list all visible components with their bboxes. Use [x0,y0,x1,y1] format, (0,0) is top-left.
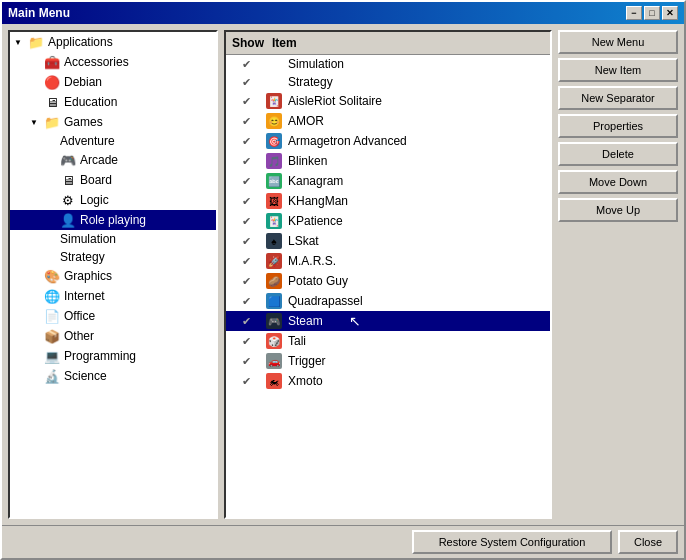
checkmark-kpatience: ✔ [242,215,251,228]
item-icon-blinken: 🎵 [266,153,282,169]
sidebar-item-debian[interactable]: 🔴Debian [10,72,216,92]
item-col-kanagram: 🔤Kanagram [266,173,550,189]
tree-icon-science: 🔬 [44,368,60,384]
check-col-amor: ✔ [226,115,266,128]
item-label-amor: AMOR [288,114,324,128]
new-menu-button[interactable]: New Menu [558,30,678,54]
sidebar-item-education[interactable]: 🖥Education [10,92,216,112]
sidebar-item-arcade[interactable]: 🎮Arcade [10,150,216,170]
tree-label-office: Office [64,309,95,323]
item-col-lskat: ♠LSkat [266,233,550,249]
list-row-simulation[interactable]: ✔Simulation [226,55,550,73]
bottom-bar: Restore System Configuration Close [2,525,684,558]
sidebar-item-simulation[interactable]: Simulation [10,230,216,248]
item-icon-kpatience: 🃏 [266,213,282,229]
tree-icon-education: 🖥 [44,94,60,110]
list-panel: Show Item ✔Simulation✔Strategy✔🃏AisleRio… [224,30,552,519]
item-label-quadrapassel: Quadrapassel [288,294,363,308]
item-icon-aisleriot: 🃏 [266,93,282,109]
list-row-kpatience[interactable]: ✔🃏KPatience [226,211,550,231]
checkmark-blinken: ✔ [242,155,251,168]
sidebar-item-internet[interactable]: 🌐Internet [10,286,216,306]
list-row-kanagram[interactable]: ✔🔤Kanagram [226,171,550,191]
item-col-steam: 🎮Steam↖ [266,313,550,329]
list-row-mars[interactable]: ✔🚀M.A.R.S. [226,251,550,271]
list-row-blinken[interactable]: ✔🎵Blinken [226,151,550,171]
sidebar-item-strategy[interactable]: Strategy [10,248,216,266]
item-label-kanagram: Kanagram [288,174,343,188]
tree-icon-graphics: 🎨 [44,268,60,284]
tree-label-education: Education [64,95,117,109]
tree-icon-other: 📦 [44,328,60,344]
list-row-tali[interactable]: ✔🎲Tali [226,331,550,351]
checkmark-strategy: ✔ [242,76,251,89]
list-row-quadrapassel[interactable]: ✔🟦Quadrapassel [226,291,550,311]
item-label-aisleriot: AisleRiot Solitaire [288,94,382,108]
list-row-khangman[interactable]: ✔🖼KHangMan [226,191,550,211]
list-row-trigger[interactable]: ✔🚗Trigger [226,351,550,371]
sidebar-item-roleplaying[interactable]: 👤Role playing [10,210,216,230]
item-label-lskat: LSkat [288,234,319,248]
move-up-button[interactable]: Move Up [558,198,678,222]
tree-icon-board: 🖥 [60,172,76,188]
sidebar-item-logic[interactable]: ⚙Logic [10,190,216,210]
properties-button[interactable]: Properties [558,114,678,138]
checkmark-amor: ✔ [242,115,251,128]
tree-icon-games: 📁 [44,114,60,130]
item-col-potatoguy: 🥔Potato Guy [266,273,550,289]
tree-icon-office: 📄 [44,308,60,324]
item-label-armagetron: Armagetron Advanced [288,134,407,148]
sidebar-item-games[interactable]: ▼📁Games [10,112,216,132]
tree-icon-internet: 🌐 [44,288,60,304]
check-col-mars: ✔ [226,255,266,268]
expand-arrow-applications: ▼ [14,38,24,47]
sidebar-item-programming[interactable]: 💻Programming [10,346,216,366]
sidebar-item-science[interactable]: 🔬Science [10,366,216,386]
sidebar-item-board[interactable]: 🖥Board [10,170,216,190]
title-bar-buttons: − □ ✕ [626,6,678,20]
checkmark-aisleriot: ✔ [242,95,251,108]
tree-label-internet: Internet [64,289,105,303]
list-row-amor[interactable]: ✔😊AMOR [226,111,550,131]
checkmark-simulation: ✔ [242,58,251,71]
item-col-aisleriot: 🃏AisleRiot Solitaire [266,93,550,109]
check-col-trigger: ✔ [226,355,266,368]
main-window: Main Menu − □ ✕ ▼📁Applications🧰Accessori… [0,0,686,560]
list-row-potatoguy[interactable]: ✔🥔Potato Guy [226,271,550,291]
tree-label-logic: Logic [80,193,109,207]
tree-label-programming: Programming [64,349,136,363]
cursor-arrow-icon: ↖ [349,313,361,329]
sidebar-item-adventure[interactable]: Adventure [10,132,216,150]
item-icon-potatoguy: 🥔 [266,273,282,289]
new-item-button[interactable]: New Item [558,58,678,82]
new-separator-button[interactable]: New Separator [558,86,678,110]
list-row-xmoto[interactable]: ✔🏍Xmoto [226,371,550,391]
sidebar-item-graphics[interactable]: 🎨Graphics [10,266,216,286]
minimize-button[interactable]: − [626,6,642,20]
list-row-steam[interactable]: ✔🎮Steam↖ [226,311,550,331]
item-icon-armagetron: 🎯 [266,133,282,149]
delete-button[interactable]: Delete [558,142,678,166]
sidebar-item-applications[interactable]: ▼📁Applications [10,32,216,52]
maximize-button[interactable]: □ [644,6,660,20]
list-row-aisleriot[interactable]: ✔🃏AisleRiot Solitaire [226,91,550,111]
item-icon-lskat: ♠ [266,233,282,249]
tree-icon-programming: 💻 [44,348,60,364]
item-column-header: Item [266,34,550,52]
sidebar-item-other[interactable]: 📦Other [10,326,216,346]
close-window-button[interactable]: ✕ [662,6,678,20]
restore-button[interactable]: Restore System Configuration [412,530,612,554]
check-col-armagetron: ✔ [226,135,266,148]
window-title: Main Menu [8,6,70,20]
list-row-lskat[interactable]: ✔♠LSkat [226,231,550,251]
check-col-steam: ✔ [226,315,266,328]
expand-arrow-games: ▼ [30,118,40,127]
move-down-button[interactable]: Move Down [558,170,678,194]
list-row-strategy[interactable]: ✔Strategy [226,73,550,91]
tree-label-applications: Applications [48,35,113,49]
tree-label-arcade: Arcade [80,153,118,167]
close-button[interactable]: Close [618,530,678,554]
list-row-armagetron[interactable]: ✔🎯Armagetron Advanced [226,131,550,151]
sidebar-item-accessories[interactable]: 🧰Accessories [10,52,216,72]
sidebar-item-office[interactable]: 📄Office [10,306,216,326]
